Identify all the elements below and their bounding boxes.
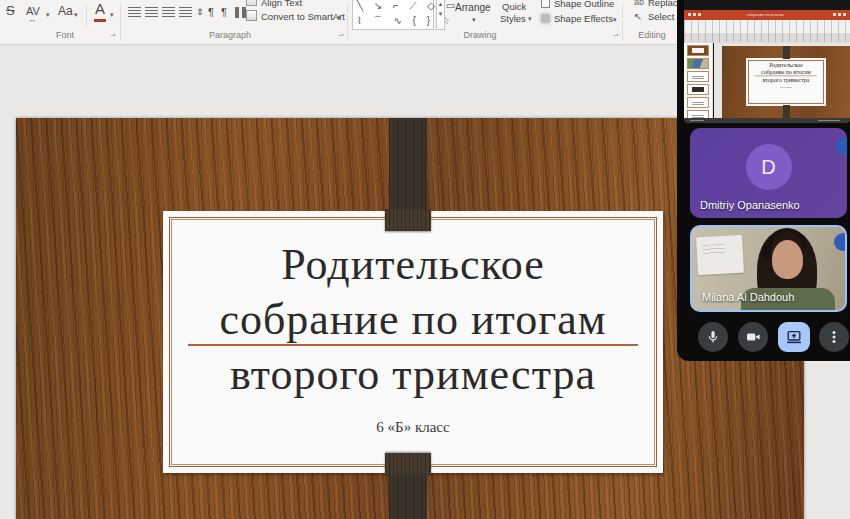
align-text-icon: [246, 0, 257, 6]
quick-styles-button[interactable]: Quick: [502, 1, 526, 12]
align-right-button[interactable]: [162, 7, 175, 18]
shape-effects-button[interactable]: Shape Effects: [554, 13, 613, 24]
mini-thumbnail-3: [687, 71, 709, 82]
paragraph-dialog-launcher[interactable]: ⌐: [338, 31, 343, 40]
ribbon-strap-top-buckle: [385, 209, 431, 231]
shapes-row-2[interactable]: ⌇ ⌒ ∿ { } ☆: [357, 14, 433, 28]
more-options-icon: [827, 330, 841, 344]
text-direction-rtl-button[interactable]: ¶: [221, 5, 227, 19]
mini-title-card: Родительское собрание по итогам второго …: [746, 58, 826, 106]
mini-slide-thumbnail-panel: [684, 43, 713, 118]
mini-ppt-titlebar: собрание по итогам: [684, 10, 850, 20]
participant-tile-milana[interactable]: Milana Al Dahdouh: [690, 225, 847, 312]
shape-outline-button[interactable]: Shape Outline: [554, 0, 614, 9]
font-dialog-launcher[interactable]: ⌐: [110, 31, 115, 40]
mini-thumbnail-2: [687, 58, 709, 69]
microphone-icon: [706, 330, 720, 344]
font-group-label: Font: [30, 30, 100, 40]
align-text-button[interactable]: Align Text: [261, 0, 302, 8]
present-screen-button[interactable]: [778, 322, 810, 352]
strikethrough-button[interactable]: S: [6, 4, 15, 18]
avatar: D: [746, 144, 792, 190]
text-direction-ltr-button[interactable]: ¶: [208, 5, 214, 19]
slide-title-card[interactable]: Родительское собрание по итогам второго …: [163, 211, 663, 473]
mini-ppt-statusbar: [684, 118, 850, 123]
mini-quick-access-icon: [698, 13, 701, 16]
mini-window-minimize-icon: [833, 13, 836, 16]
font-group-divider: [86, 5, 87, 27]
mini-thumbnail-5: [687, 97, 709, 108]
align-center-button[interactable]: [145, 7, 158, 18]
slide-subtitle[interactable]: 6 «Б» класс: [163, 419, 663, 436]
drawing-group-label: Drawing: [445, 30, 515, 40]
character-spacing-arrow-icon: ↔: [28, 13, 36, 27]
mini-editing-canvas: Родительское собрание по итогам второго …: [714, 43, 850, 118]
group-separator: [120, 3, 121, 41]
headphones-icon: [767, 228, 807, 248]
align-left-button[interactable]: [128, 7, 141, 18]
camera-icon: [746, 330, 761, 344]
mini-title-line1: Родительское: [747, 61, 825, 68]
mini-window-close-icon: [843, 13, 846, 16]
mini-window-maximize-icon: [838, 13, 841, 16]
title-underline: [188, 344, 638, 346]
justify-button[interactable]: [179, 7, 192, 18]
shapes-scroll-down-icon[interactable]: ▼: [438, 11, 444, 17]
microphone-button[interactable]: [698, 322, 728, 352]
font-color-swatch: [94, 19, 106, 22]
drawing-dialog-launcher[interactable]: ⌐: [613, 31, 618, 40]
mini-strap-bottom: [783, 105, 790, 118]
editing-group-label: Editing: [620, 30, 684, 40]
ribbon-strap-top: [389, 118, 427, 211]
more-options-button[interactable]: [819, 322, 849, 352]
mini-title-line2: собрание по итогам: [747, 68, 825, 75]
smartart-icon: [246, 10, 257, 21]
mini-title-line3: второго триместра: [747, 77, 825, 84]
slide-title-line1: Родительское: [163, 237, 663, 292]
mini-subtitle: 6 «Б» класс: [747, 85, 825, 88]
participant-name: Dmitriy Opanasenko: [700, 199, 800, 211]
arrange-caret-icon: ▾: [472, 16, 476, 23]
shapes-scrollbar[interactable]: ▲ ▼: [436, 0, 445, 30]
video-call-overlay: собрание по итогам Родительское собрание…: [677, 0, 850, 361]
mini-thumbnail-4: [687, 84, 709, 95]
ribbon-strap-bottom-buckle: [385, 453, 431, 475]
mini-strap-top: [783, 46, 790, 59]
group-separator: [347, 3, 348, 41]
change-case-button[interactable]: Aa: [58, 4, 73, 18]
quick-styles-caret-icon: ▾: [528, 15, 532, 22]
slide-title-line3: второго триместра: [163, 347, 663, 402]
mini-window-title: собрание по итогам: [734, 13, 796, 17]
webcam-whiteboard: [696, 235, 744, 275]
slide-title-line2: собрание по итогам: [163, 292, 663, 347]
shapes-row-1[interactable]: ╲ ↘ ⌐ ⟋ ◇ ▭: [357, 0, 433, 12]
smartart-caret-icon: ▾: [337, 14, 341, 21]
shapes-scroll-up-icon[interactable]: ▲: [438, 1, 444, 7]
quick-styles-button-line2[interactable]: Styles: [500, 13, 526, 24]
participant-name: Milana Al Dahdouh: [702, 291, 794, 303]
convert-smartart-button[interactable]: Convert to SmartArt: [261, 11, 345, 22]
replace-icon: ab: [634, 0, 644, 7]
change-case-caret-icon: ▾: [74, 11, 78, 18]
participant-tile-dmitriy[interactable]: D Dmitriy Opanasenko: [690, 128, 847, 218]
paragraph-group-label: Paragraph: [195, 30, 265, 40]
camera-button[interactable]: [738, 322, 768, 352]
font-color-button[interactable]: A: [95, 2, 105, 16]
select-button[interactable]: Select: [648, 11, 674, 22]
font-color-caret-icon: ▾: [110, 11, 114, 18]
shape-effects-caret-icon: ▾: [613, 16, 617, 23]
tile-options-icon[interactable]: [836, 137, 847, 155]
slide-title[interactable]: Родительское собрание по итогам второго …: [163, 237, 663, 402]
shapes-gallery[interactable]: ╲ ↘ ⌐ ⟋ ◇ ▭ ⌇ ⌒ ∿ { } ☆: [352, 0, 434, 30]
call-controls: [677, 322, 850, 352]
arrange-button[interactable]: Arrange: [455, 2, 491, 13]
char-spacing-caret-icon: ▾: [46, 11, 50, 18]
headphones-earcup: [762, 245, 771, 259]
mini-thumbnail-1: [687, 45, 709, 56]
line-spacing-icon[interactable]: ⇕: [196, 5, 204, 19]
screen-share-preview-tile[interactable]: собрание по итогам Родительское собрание…: [684, 0, 850, 123]
mini-ppt-ribbon: [684, 20, 850, 43]
ribbon-strap-bottom: [389, 473, 427, 519]
tile-options-icon[interactable]: [834, 233, 847, 251]
mini-quick-access-icon: [688, 13, 691, 16]
